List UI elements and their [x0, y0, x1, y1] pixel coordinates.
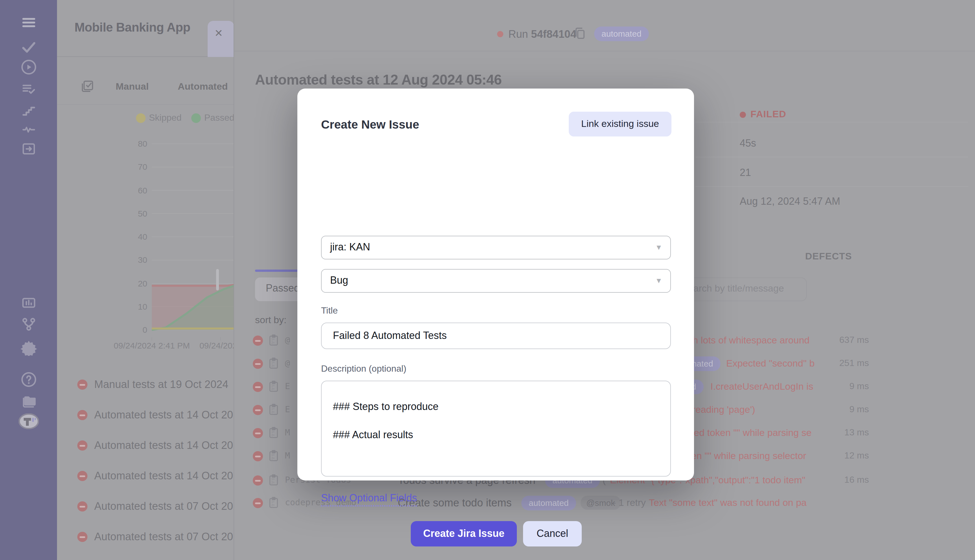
svg-text:1=: 1=: [271, 407, 275, 410]
svg-text:1=: 1=: [271, 338, 275, 341]
test-row[interactable]: 1=2=codepress demoCreate some todo items…: [0, 493, 975, 513]
legend-item-skipped: Skipped: [136, 113, 182, 123]
project-select[interactable]: jira: KAN ▼: [321, 236, 671, 259]
test-duration: 16 ms: [807, 475, 869, 485]
suite-name: E: [285, 404, 290, 415]
clipboard-icon: 1=2=: [268, 403, 279, 418]
y-axis-tick: 80: [119, 139, 147, 148]
create-jira-issue-button[interactable]: Create Jira Issue: [411, 521, 517, 547]
detail-value: 21: [740, 167, 751, 179]
defects-title: DEFECTS: [805, 251, 852, 262]
clipboard-icon: 1=2=: [268, 334, 279, 349]
issue-type-select[interactable]: Bug ▼: [321, 269, 671, 293]
y-axis-tick: 10: [119, 302, 147, 311]
create-issue-modal: Create New Issue Link existing issue jir…: [297, 88, 694, 480]
failed-dot-icon: [740, 112, 746, 118]
failed-test-icon: [253, 451, 263, 461]
svg-text:2=: 2=: [271, 364, 275, 367]
suite-name: E: [285, 381, 290, 392]
suite-name: @: [285, 335, 290, 345]
failed-run-icon: [77, 532, 87, 542]
suite-name: @: [285, 358, 290, 368]
test-duration: 9 ms: [807, 381, 869, 392]
title-field-label: Title: [321, 306, 338, 316]
check-square-icon[interactable]: [81, 80, 94, 95]
steps-icon[interactable]: [0, 100, 57, 120]
project-title: Mobile Banking App: [75, 20, 190, 35]
run-badge: automated: [594, 27, 649, 41]
y-axis-tick: 70: [119, 162, 147, 172]
sign-in-icon[interactable]: [0, 139, 57, 158]
y-axis-tick: 60: [119, 185, 147, 195]
close-project-icon[interactable]: ✕: [214, 27, 223, 40]
svg-text:1=: 1=: [271, 361, 275, 364]
detail-value: Aug 12, 2024 5:47 AM: [740, 196, 840, 208]
chevron-down-icon: ▼: [655, 276, 663, 285]
error-message: with lots of whitespace around: [681, 335, 810, 346]
pulse-icon[interactable]: [0, 120, 57, 139]
svg-text:1=: 1=: [271, 384, 275, 387]
divider: [695, 122, 968, 122]
retry-note: - 1 retry: [613, 497, 646, 509]
error-message: oken "" while parsing selector: [681, 451, 806, 462]
svg-text:2=: 2=: [271, 387, 275, 390]
failed-test-icon: [253, 359, 263, 369]
title-field[interactable]: Failed 8 Automated Tests: [321, 323, 671, 349]
error-message: Expected "second" b: [726, 358, 815, 369]
cancel-button[interactable]: Cancel: [523, 521, 582, 547]
link-existing-issue-button[interactable]: Link existing issue: [569, 112, 671, 137]
issue-type-select-value: Bug: [330, 275, 348, 287]
clipboard-icon: 1=2=: [268, 496, 279, 512]
run-label: Run: [508, 28, 528, 40]
clipboard-icon: 1=2=: [268, 380, 279, 395]
run-status-dot: [497, 31, 503, 37]
app-window: Mobile Banking App ✕ Manual Automated Sk…: [0, 0, 975, 560]
automated-badge: automated: [521, 496, 576, 510]
legend-label: Skipped: [149, 113, 182, 123]
detail-value: 45s: [740, 138, 756, 150]
failed-test-icon: [253, 428, 263, 438]
run-history-item[interactable]: Automated tests at 07 Oct 2024: [57, 526, 234, 548]
sort-by-label: sort by:: [255, 315, 287, 326]
svg-text:1=: 1=: [271, 453, 275, 457]
tab-automated[interactable]: Automated: [178, 81, 228, 92]
chevron-down-icon: ▼: [655, 243, 663, 252]
svg-text:1=: 1=: [271, 430, 275, 433]
list-check-icon[interactable]: [0, 80, 57, 99]
run-title: Run 54f84104: [508, 28, 576, 41]
y-axis-tick: 40: [119, 232, 147, 242]
failed-test-icon: [253, 405, 263, 415]
bar-chart-icon[interactable]: [0, 293, 57, 312]
error-message: I.createUserAndLogIn is: [710, 381, 813, 393]
modal-title: Create New Issue: [321, 118, 419, 132]
svg-text:2=: 2=: [271, 457, 275, 460]
search-placeholder: Search by title/message: [681, 283, 784, 294]
chart-legend: SkippedPassedFailed: [57, 110, 234, 127]
play-circle-icon[interactable]: [0, 58, 57, 77]
menu-icon[interactable]: [0, 13, 57, 32]
description-field[interactable]: ### Steps to reproduce ### Actual result…: [321, 381, 671, 477]
check-icon[interactable]: [0, 38, 57, 57]
clipboard-icon: 1=2=: [268, 474, 279, 489]
copy-icon[interactable]: [574, 27, 586, 43]
svg-text:2=: 2=: [271, 434, 275, 437]
project-panel-header: Mobile Banking App ✕: [57, 0, 234, 57]
status-badge: FAILED: [740, 109, 786, 120]
show-optional-fields-link[interactable]: Show Optional Fields: [321, 492, 417, 507]
error-message: Text "some text" was not found on pa: [649, 497, 806, 509]
project-select-value: jira: KAN: [330, 242, 370, 253]
clipboard-icon: 1=2=: [268, 357, 279, 372]
run-header: Run 54f84104 automated Report ••• ✕: [234, 0, 975, 51]
resize-handle-icon[interactable]: [661, 467, 668, 474]
legend-item-passed: Passed: [191, 113, 234, 123]
error-message: ected token "" while parsing se: [681, 427, 811, 439]
tab-manual[interactable]: Manual: [116, 81, 149, 92]
suite-name: M: [285, 451, 290, 461]
svg-text:2=: 2=: [271, 481, 275, 484]
test-duration: 251 ms: [807, 358, 869, 368]
panel-scrollbar[interactable]: [216, 269, 219, 290]
test-duration: 13 ms: [807, 427, 869, 438]
status-text: FAILED: [750, 109, 786, 120]
failed-test-icon: [253, 475, 263, 485]
failed-test-icon: [253, 498, 263, 508]
